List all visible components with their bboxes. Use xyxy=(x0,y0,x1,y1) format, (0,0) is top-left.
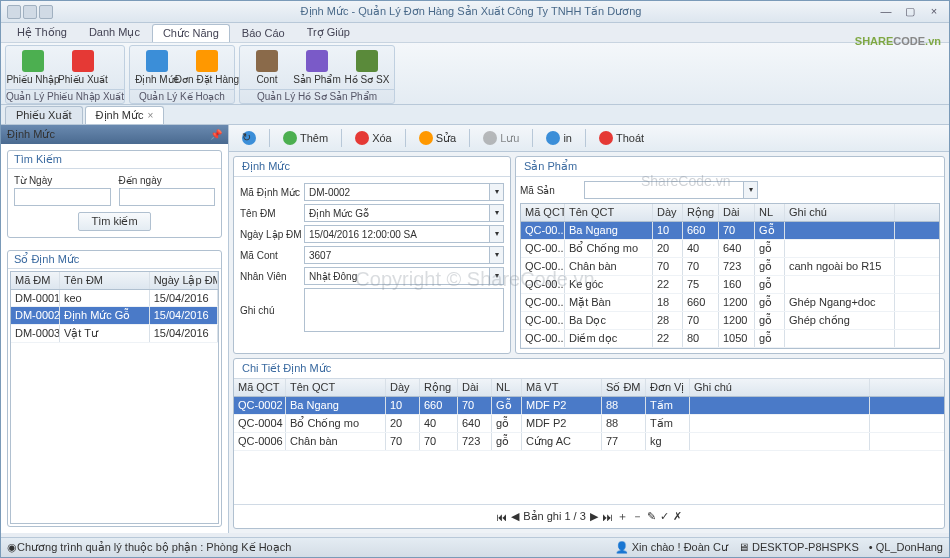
maCont-input[interactable] xyxy=(304,246,490,264)
menu-item[interactable]: Danh Mục xyxy=(79,24,150,41)
from-label: Từ Ngày xyxy=(14,175,111,186)
maDM-input[interactable] xyxy=(304,183,490,201)
ribbon-button[interactable]: Phiếu Xuất xyxy=(58,48,108,87)
ribbon-button[interactable]: Phiếu Nhập xyxy=(8,48,58,87)
dm-list-group: Sổ Định Mức Mã ĐMTên ĐMNgày Lập ĐMDM-000… xyxy=(7,250,222,527)
ribbon-icon xyxy=(22,50,44,72)
ribbon-icon xyxy=(196,50,218,72)
maximize-button[interactable]: ▢ xyxy=(901,5,919,18)
detail-grid[interactable]: Mã QCTTên QCTDàyRộngDàiNLMã VTSố ĐMĐơn V… xyxy=(234,379,944,504)
ngay-input[interactable] xyxy=(304,225,490,243)
dropdown-icon[interactable]: ▾ xyxy=(490,225,504,243)
save-button[interactable]: Lưu xyxy=(476,128,526,148)
tab[interactable]: Phiếu Xuất xyxy=(5,106,83,124)
detail-box: Chi Tiết Định Mức Mã QCTTên QCTDàyRộngDà… xyxy=(233,358,945,529)
dropdown-icon[interactable]: ▾ xyxy=(490,267,504,285)
table-row[interactable]: DM-0001keo15/04/2016 xyxy=(11,290,218,307)
sp-search-input[interactable] xyxy=(584,181,744,199)
ribbon-icon xyxy=(306,50,328,72)
table-row[interactable]: QC-0002Ba Ngang1066070GỗMDF P288Tấm xyxy=(234,397,944,415)
ribbon-button[interactable]: Đơn Đặt Hàng xyxy=(182,48,232,87)
sp-grid[interactable]: Mã QCTTên QCTDàyRộngDàiNLGhi chúQC-00..B… xyxy=(520,203,940,349)
ribbon-icon xyxy=(356,50,378,72)
ribbon-icon xyxy=(72,50,94,72)
qat-dd[interactable] xyxy=(39,5,53,19)
dm-grid[interactable]: Mã ĐMTên ĐMNgày Lập ĐMDM-0001keo15/04/20… xyxy=(10,271,219,524)
table-row[interactable]: QC-0006Chân bàn7070723gỗCứng AC77kg xyxy=(234,433,944,451)
close-button[interactable]: × xyxy=(925,5,943,18)
tenDM-input[interactable] xyxy=(304,204,490,222)
ribbon-button[interactable]: Hồ Sơ SX xyxy=(342,48,392,87)
dropdown-icon[interactable]: ▾ xyxy=(490,204,504,222)
left-pane: Định Mức📌 Tìm Kiếm Từ Ngày Đến ngày Tìm … xyxy=(1,125,229,533)
sanpham-box: Sản Phẩm Mã Sản▾ Mã QCTTên QCTDàyRộngDài… xyxy=(515,156,945,354)
edit-button[interactable]: Sửa xyxy=(412,128,463,148)
tabstrip: Phiếu XuấtĐịnh Mức × xyxy=(1,105,949,125)
tab-close-icon[interactable]: × xyxy=(148,110,154,121)
tab[interactable]: Định Mức × xyxy=(85,106,165,124)
table-row[interactable]: QC-00..Mặt Bàn186601200gỗGhép Ngang+doc xyxy=(521,294,939,312)
dropdown-icon[interactable]: ▾ xyxy=(490,183,504,201)
table-row[interactable]: QC-00..Chân bàn7070723gỗcanh ngoài bo R1… xyxy=(521,258,939,276)
right-pane: ↻ Thêm Xóa Sửa Lưu in Thoát Định Mức Mã … xyxy=(229,125,949,533)
print-button[interactable]: in xyxy=(539,128,579,148)
menu-item[interactable]: Hệ Thống xyxy=(7,24,77,41)
table-row[interactable]: DM-0002Định Mức Gỗ15/04/2016 xyxy=(11,307,218,325)
logo: SHARECODE.vn xyxy=(855,31,941,49)
to-date-input[interactable] xyxy=(119,188,216,206)
table-row[interactable]: DM-0003Vật Tư15/04/2016 xyxy=(11,325,218,343)
titlebar: Định Mức - Quản Lý Đơn Hàng Sản Xuất Côn… xyxy=(1,1,949,23)
table-row[interactable]: QC-00..Ba Dọc28701200gỗGhép chồng xyxy=(521,312,939,330)
window-title: Định Mức - Quản Lý Đơn Hàng Sản Xuất Côn… xyxy=(65,5,877,18)
quick-access xyxy=(7,5,53,19)
search-group: Tìm Kiếm Từ Ngày Đến ngày Tìm kiếm xyxy=(7,150,222,238)
dropdown-icon[interactable]: ▾ xyxy=(744,181,758,199)
statusbar: ◉ Chương trình quản lý thuộc bộ phận : P… xyxy=(1,537,949,557)
menubar: Hệ ThốngDanh MụcChức NăngBáo CáoTrợ Giúp xyxy=(1,23,949,43)
prev-icon[interactable]: ◀ xyxy=(511,510,519,523)
next-icon[interactable]: ▶ xyxy=(590,510,598,523)
first-icon[interactable]: ⏮ xyxy=(496,511,507,523)
toolbar: ↻ Thêm Xóa Sửa Lưu in Thoát xyxy=(229,125,949,152)
add-button[interactable]: Thêm xyxy=(276,128,335,148)
nhanVien-input[interactable] xyxy=(304,267,490,285)
table-row[interactable]: QC-00..Bổ Chống mo2040640gỗ xyxy=(521,240,939,258)
ribbon: Phiếu NhậpPhiếu XuấtQuản Lý Phiếu Nhập X… xyxy=(1,43,949,105)
from-date-input[interactable] xyxy=(14,188,111,206)
minimize-button[interactable]: — xyxy=(877,5,895,18)
menu-item[interactable]: Báo Cáo xyxy=(232,25,295,41)
refresh-button[interactable]: ↻ xyxy=(235,128,263,148)
qat-btn[interactable] xyxy=(7,5,21,19)
table-row[interactable]: QC-0004Bổ Chống mo2040640gỗMDF P288Tấm xyxy=(234,415,944,433)
ribbon-button[interactable]: Sản Phẩm xyxy=(292,48,342,87)
form-dinhmuc: Định Mức Mã Định Mức▾Tên ĐM▾Ngày Lập ĐM▾… xyxy=(233,156,511,354)
pane-header: Định Mức📌 xyxy=(1,125,228,144)
pager[interactable]: ⏮◀ Bản ghi 1 / 3 ▶⏭ ＋－✎✓✗ xyxy=(234,504,944,528)
dropdown-icon[interactable]: ▾ xyxy=(490,246,504,264)
menu-item[interactable]: Chức Năng xyxy=(152,24,230,42)
menu-item[interactable]: Trợ Giúp xyxy=(297,24,360,41)
table-row[interactable]: QC-00..Diềm dọc22801050gỗ xyxy=(521,330,939,348)
ribbon-button[interactable]: Cont xyxy=(242,48,292,87)
exit-button[interactable]: Thoát xyxy=(592,128,651,148)
bullet-icon: ◉ xyxy=(7,541,17,554)
delete-button[interactable]: Xóa xyxy=(348,128,399,148)
table-row[interactable]: QC-00..Ba Ngang1066070Gỗ xyxy=(521,222,939,240)
ghichu-input[interactable] xyxy=(304,288,504,332)
table-row[interactable]: QC-00..Ke góc2275160gỗ xyxy=(521,276,939,294)
ribbon-icon xyxy=(256,50,278,72)
pin-icon[interactable]: 📌 xyxy=(210,129,222,140)
search-button[interactable]: Tìm kiếm xyxy=(78,212,150,231)
to-label: Đến ngày xyxy=(119,175,216,186)
qat-btn[interactable] xyxy=(23,5,37,19)
last-icon[interactable]: ⏭ xyxy=(602,511,613,523)
ribbon-icon xyxy=(146,50,168,72)
